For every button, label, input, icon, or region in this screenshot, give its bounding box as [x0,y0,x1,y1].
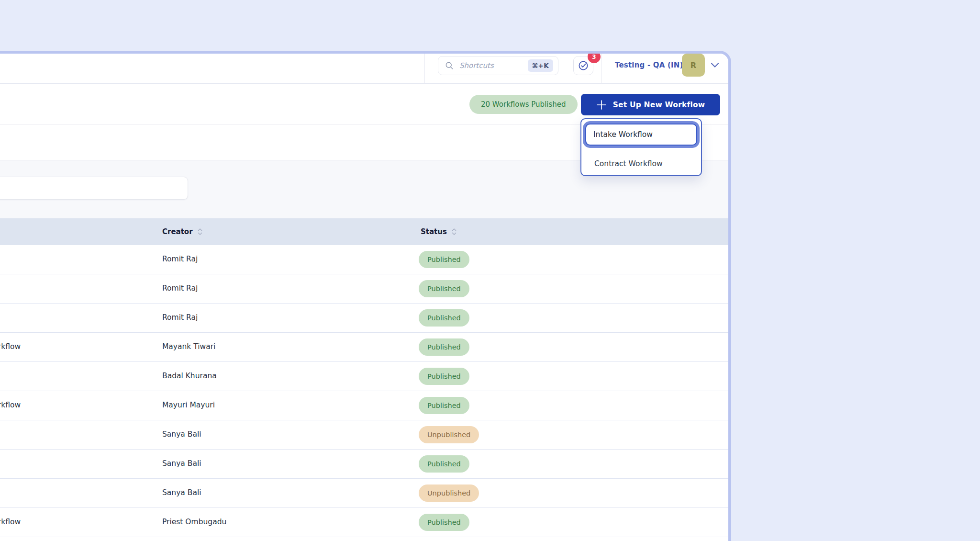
menu-item-contract-workflow[interactable]: Contract Workflow [582,154,700,173]
creator-cell: Badal Khurana [162,362,217,390]
workflow-search-input[interactable] [0,177,188,200]
account-org-name[interactable]: Testing - QA (IN) [615,54,683,77]
topbar-divider-left [424,54,425,84]
table-header: Creator Status [0,218,729,245]
status-badge: Published [419,368,469,385]
creator-cell: Sanya Bali [162,420,201,449]
table-row[interactable]: Romit Raj Published [0,245,729,274]
creator-column-label: Creator [162,227,193,236]
plus-icon [596,100,607,110]
search-icon [445,61,454,70]
content-area: Creator Status Romit Raj Published Romit… [0,160,731,541]
status-badge: Unpublished [419,485,479,502]
table-row[interactable]: Sanya Bali Unpublished [0,479,729,508]
table-row[interactable]: Sanya Bali Published [0,450,729,479]
set-up-new-workflow-button[interactable]: Set Up New Workflow [581,94,720,115]
creator-cell: Sanya Bali [162,450,201,478]
table-row-partial [0,537,729,541]
creator-cell: Romit Raj [162,274,198,303]
notification-badge: 3 [588,51,601,63]
status-column-label: Status [421,227,447,236]
check-circle-icon [578,60,589,71]
chevron-down-icon[interactable] [710,60,720,70]
topbar-divider-right [601,54,602,84]
creator-cell: Sanya Bali [162,479,201,507]
sort-icon[interactable] [451,227,457,236]
creator-cell: Romit Raj [162,245,198,273]
status-badge: Published [419,251,469,268]
table-row[interactable]: Romit Raj Published [0,304,729,333]
status-badge: Published [419,397,469,414]
status-badge: Unpublished [419,426,479,443]
menu-item-intake-workflow[interactable]: Intake Workflow [585,124,697,146]
table-body: Romit Raj Published Romit Raj Published … [0,245,729,541]
creator-cell: Mayank Tiwari [162,333,215,361]
creator-cell: Mayuri Mayuri [162,391,215,419]
table-row[interactable]: rkflow Priest Ombugadu Published [0,508,729,537]
status-badge: Published [419,514,469,531]
shortcuts-input[interactable] [459,61,528,70]
status-badge: Published [419,455,469,473]
table-row[interactable]: rkflow Mayuri Mayuri Published [0,391,729,420]
workflows-published-badge: 20 Workflows Published [469,95,578,114]
status-badge: Published [419,338,469,356]
column-header-creator[interactable]: Creator [162,218,203,245]
status-badge: Published [419,309,469,327]
new-workflow-menu: Intake Workflow Contract Workflow [580,118,702,176]
table-scrollbar-thumb[interactable] [731,219,731,384]
sort-icon[interactable] [197,227,203,236]
table-row[interactable]: Sanya Bali Unpublished [0,420,729,450]
creator-cell: Priest Ombugadu [162,508,226,536]
creator-cell: Romit Raj [162,304,198,332]
table-row[interactable]: Badal Khurana Published [0,362,729,391]
topbar: ⌘+K 3 Testing - QA (IN) R [0,54,731,84]
table-row[interactable]: rkflow Mayank Tiwari Published [0,333,729,362]
app-window: ⌘+K 3 Testing - QA (IN) R 20 Workflows P… [0,51,731,541]
status-badge: Published [419,280,469,297]
workflow-name-fragment: rkflow [0,508,21,536]
set-up-new-workflow-label: Set Up New Workflow [613,101,705,109]
table-row[interactable]: Romit Raj Published [0,274,729,304]
avatar[interactable]: R [682,54,705,77]
workflow-name-fragment: rkflow [0,333,21,361]
shortcuts-search[interactable]: ⌘+K [438,56,558,75]
command-k-kbd: ⌘+K [528,59,553,72]
workflow-name-fragment: rkflow [0,391,21,419]
column-header-status[interactable]: Status [421,218,457,245]
